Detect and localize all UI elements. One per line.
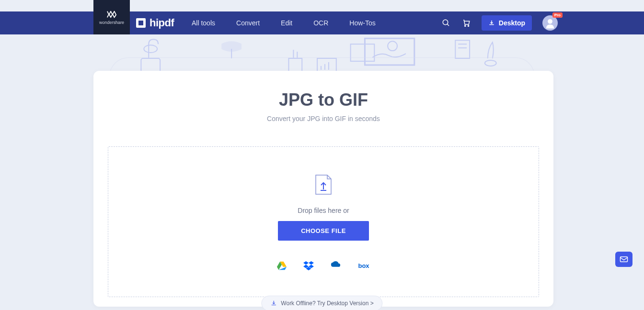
nav-convert[interactable]: Convert xyxy=(236,19,260,27)
drop-text: Drop files here or xyxy=(118,207,529,214)
svg-point-4 xyxy=(548,19,552,24)
nav-ocr[interactable]: OCR xyxy=(313,19,328,27)
nav-all-tools[interactable]: All tools xyxy=(192,19,215,27)
page-subtitle: Convert your JPG into GIF in seconds xyxy=(108,115,539,122)
hipdf-icon xyxy=(136,18,146,28)
pro-badge: Pro xyxy=(552,12,563,18)
offline-label: Work Offline? Try Desktop Version > xyxy=(281,300,373,307)
offline-desktop-button[interactable]: Work Offline? Try Desktop Version > xyxy=(261,296,382,310)
svg-rect-16 xyxy=(365,38,414,65)
google-drive-icon[interactable] xyxy=(276,261,287,270)
hipdf-brand[interactable]: hipdf xyxy=(136,17,174,29)
svg-point-3 xyxy=(468,25,469,26)
desktop-label: Desktop xyxy=(499,19,525,27)
cloud-providers: box xyxy=(118,261,529,270)
nav-edit[interactable]: Edit xyxy=(281,19,292,27)
svg-point-21 xyxy=(485,60,496,66)
svg-point-0 xyxy=(443,20,448,25)
onedrive-icon[interactable] xyxy=(330,261,341,270)
brand-name: hipdf xyxy=(150,17,174,29)
file-dropzone[interactable]: Drop files here or CHOOSE FILE box xyxy=(108,146,539,297)
svg-point-2 xyxy=(464,25,465,26)
svg-line-1 xyxy=(447,24,449,26)
wondershare-label: wondershare xyxy=(99,20,124,25)
nav-links: All tools Convert Edit OCR How-Tos xyxy=(192,19,376,27)
download-icon xyxy=(270,300,277,307)
choose-file-button[interactable]: CHOOSE FILE xyxy=(278,221,369,241)
user-avatar[interactable]: Pro xyxy=(542,15,558,31)
cart-icon[interactable] xyxy=(461,18,471,28)
desktop-button[interactable]: Desktop xyxy=(482,15,532,31)
mail-icon xyxy=(620,256,628,263)
download-icon xyxy=(488,20,495,26)
mail-fab[interactable] xyxy=(615,252,632,267)
wondershare-icon xyxy=(106,10,117,19)
box-icon[interactable]: box xyxy=(357,261,370,270)
avatar-icon xyxy=(544,17,556,29)
dropbox-icon[interactable] xyxy=(303,261,314,270)
svg-point-17 xyxy=(388,41,397,51)
svg-rect-18 xyxy=(455,40,470,58)
svg-rect-23 xyxy=(621,257,628,262)
nav-right: Desktop Pro xyxy=(441,15,558,31)
svg-point-6 xyxy=(144,45,157,53)
upload-file-icon xyxy=(314,173,333,196)
svg-rect-11 xyxy=(317,58,336,72)
nav-how-tos[interactable]: How-Tos xyxy=(349,19,375,27)
main-card: JPG to GIF Convert your JPG into GIF in … xyxy=(93,71,553,307)
wondershare-logo[interactable]: wondershare xyxy=(93,0,130,34)
page-title: JPG to GIF xyxy=(108,90,539,110)
search-icon[interactable] xyxy=(441,18,451,28)
main-navbar: wondershare hipdf All tools Convert Edit… xyxy=(0,11,644,34)
svg-rect-15 xyxy=(351,44,375,61)
